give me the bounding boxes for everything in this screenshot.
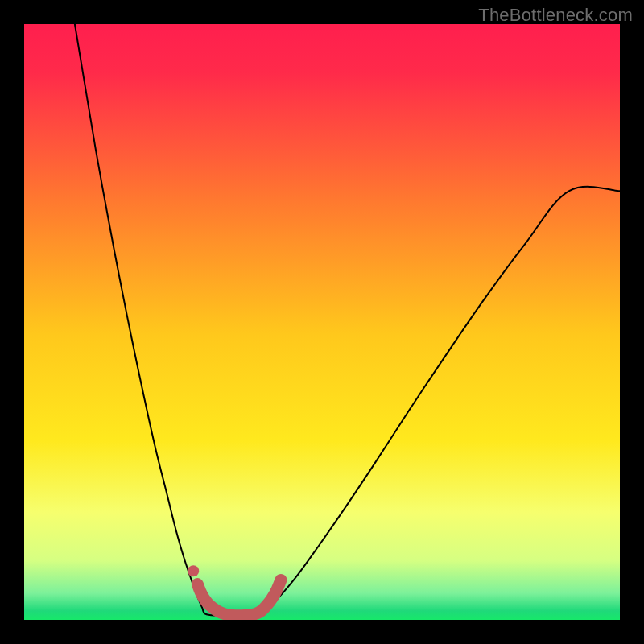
chart-container: TheBottleneck.com (0, 0, 644, 644)
chart-svg (24, 24, 620, 620)
plot-area (24, 24, 620, 620)
gradient-background (24, 24, 620, 620)
watermark-text: TheBottleneck.com (478, 5, 633, 26)
left-dot-marker (188, 565, 199, 576)
